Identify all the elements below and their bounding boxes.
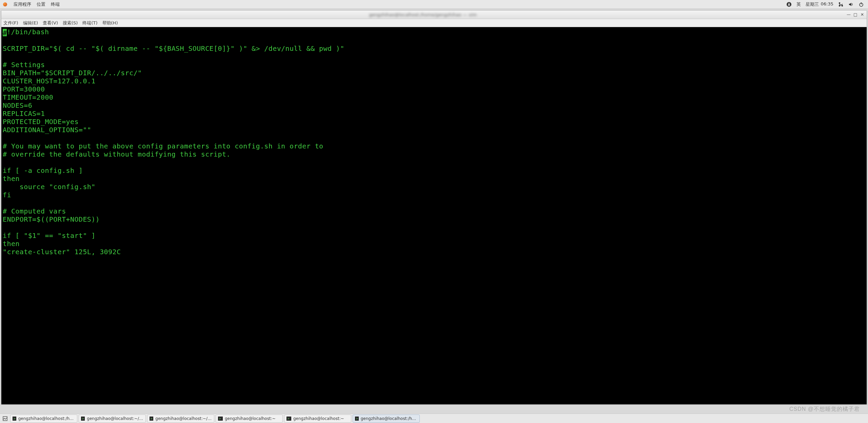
menu-places[interactable]: 位置 <box>37 1 45 7</box>
terminal-content[interactable]: #!/bin/bash SCRIPT_DIR="$( cd -- "$( dir… <box>1 27 867 404</box>
terminal-menubar: 文件(F) 编辑(E) 查看(V) 搜索(S) 终端(T) 帮助(H) <box>1 19 867 27</box>
terminal-icon <box>81 417 85 421</box>
watermark-text: CSDN @不想睡觉的橘子君 <box>789 406 860 413</box>
terminal-icon <box>287 417 291 421</box>
clock-time: 06:35 <box>821 1 833 7</box>
terminal-icon <box>218 417 223 421</box>
taskbar-item[interactable]: gengzhihao@localhost:/home/gengz… <box>353 415 420 423</box>
clock-day: 星期三 <box>806 1 819 7</box>
activities-icon[interactable] <box>2 1 8 7</box>
taskbar-item-label: gengzhihao@localhost:~ <box>225 416 276 421</box>
panel-left-group: 应用程序 位置 终端 <box>0 1 60 7</box>
terminal-window: gengzhihao@localhost:/home/gengzhihao — … <box>1 10 867 405</box>
menu-view[interactable]: 查看(V) <box>43 20 58 26</box>
taskbar-item[interactable]: gengzhihao@localhost:~/data/6379 <box>79 415 146 423</box>
network-icon[interactable] <box>838 2 844 7</box>
maximize-button[interactable]: □ <box>852 12 859 17</box>
close-button[interactable]: ✕ <box>859 12 865 17</box>
taskbar-item-label: gengzhihao@localhost:~/data/6379 <box>87 416 143 421</box>
svg-rect-3 <box>842 5 843 6</box>
menu-search[interactable]: 搜索(S) <box>63 20 78 26</box>
menu-edit[interactable]: 编辑(E) <box>23 20 38 26</box>
panel-right-group: 英 星期三 06:35 <box>786 1 868 7</box>
menu-file[interactable]: 文件(F) <box>3 20 18 26</box>
window-buttons: — □ ✕ <box>844 12 867 17</box>
window-title: gengzhihao@localhost:/home/gengzhihao — … <box>1 12 844 17</box>
menu-terminal[interactable]: 终端 <box>51 1 60 7</box>
taskbar-item-label: gengzhihao@localhost:/home/gengz… <box>361 416 417 421</box>
taskbar-item[interactable]: gengzhihao@localhost:~/data/6380 <box>147 415 214 423</box>
terminal-icon <box>150 417 153 421</box>
taskbar-items: gengzhihao@localhost:/home/gengz…gengzhi… <box>10 415 420 423</box>
taskbar-item-label: gengzhihao@localhost:/home/gengz… <box>18 416 75 421</box>
window-titlebar[interactable]: gengzhihao@localhost:/home/gengzhihao — … <box>1 11 867 19</box>
menu-help[interactable]: 帮助(H) <box>102 20 118 26</box>
menu-term[interactable]: 终端(T) <box>82 20 97 26</box>
clock[interactable]: 星期三 06:35 <box>806 1 833 7</box>
taskbar-item[interactable]: gengzhihao@localhost:~ <box>216 415 283 423</box>
taskbar-item[interactable]: gengzhihao@localhost:~ <box>284 415 351 423</box>
cursor-block: # <box>3 29 7 36</box>
system-top-panel: 应用程序 位置 终端 英 星期三 06:35 <box>0 0 868 9</box>
taskbar-item-label: gengzhihao@localhost:~/data/6380 <box>155 416 212 421</box>
menu-applications[interactable]: 应用程序 <box>14 1 31 7</box>
terminal-text: !/bin/bash SCRIPT_DIR="$( cd -- "$( dirn… <box>3 28 344 256</box>
terminal-icon <box>13 417 16 421</box>
volume-icon[interactable] <box>848 2 854 7</box>
power-icon[interactable] <box>859 2 864 7</box>
svg-rect-2 <box>839 2 840 4</box>
taskbar-item[interactable]: gengzhihao@localhost:/home/gengz… <box>10 415 77 423</box>
accessibility-icon[interactable] <box>786 2 792 7</box>
minimize-button[interactable]: — <box>846 12 852 17</box>
svg-rect-4 <box>839 5 840 6</box>
ime-indicator[interactable]: 英 <box>796 1 801 7</box>
taskbar-item-label: gengzhihao@localhost:~ <box>293 416 344 421</box>
terminal-icon <box>355 417 359 421</box>
show-desktop-button[interactable] <box>1 415 9 422</box>
taskbar: gengzhihao@localhost:/home/gengz…gengzhi… <box>0 414 868 423</box>
svg-point-1 <box>788 3 789 4</box>
